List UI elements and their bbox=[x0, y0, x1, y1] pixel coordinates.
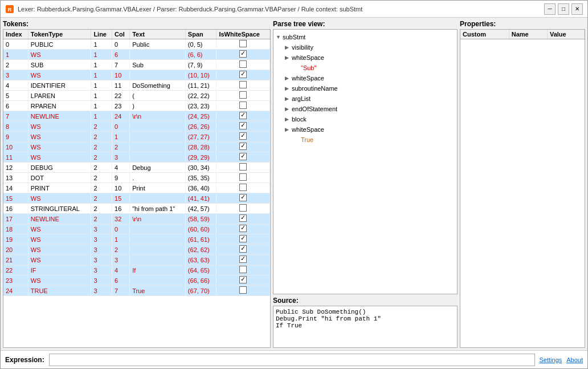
tree-arrow-icon: ▶ bbox=[285, 44, 292, 50]
whitespace-checkbox bbox=[239, 256, 247, 263]
table-row[interactable]: 8WS20(26, 26) bbox=[3, 121, 270, 132]
tree-node[interactable]: ▶visibility bbox=[276, 42, 455, 52]
cell-index: 19 bbox=[3, 234, 28, 245]
table-row[interactable]: 0PUBLIC10Public(0, 5) bbox=[3, 39, 270, 50]
table-row[interactable]: 2SUB17Sub(7, 9) bbox=[3, 60, 270, 70]
parse-tree-container[interactable]: ▼subStmt▶visibility▶whiteSpace"Sub"▶whit… bbox=[273, 29, 458, 294]
tree-node[interactable]: "Sub" bbox=[276, 63, 455, 73]
minimize-button[interactable]: ─ bbox=[544, 3, 556, 15]
tree-node[interactable]: ▶argList bbox=[276, 94, 455, 104]
whitespace-checkbox bbox=[239, 276, 247, 283]
table-row[interactable]: 11WS23(29, 29) bbox=[3, 152, 270, 163]
expression-input[interactable] bbox=[49, 354, 535, 366]
cell-line: 2 bbox=[91, 204, 112, 214]
tree-node[interactable]: ▶block bbox=[276, 114, 455, 124]
cell-text: If bbox=[130, 265, 186, 275]
cell-whitespace bbox=[217, 163, 270, 173]
tree-label: visibility bbox=[292, 44, 313, 51]
cell-span: (0, 5) bbox=[185, 39, 217, 50]
cell-type: WS bbox=[28, 255, 91, 265]
table-row[interactable]: 9WS21(27, 27) bbox=[3, 132, 270, 142]
table-row[interactable]: 1WS16(6, 6) bbox=[3, 50, 270, 60]
table-row[interactable]: 12DEBUG24Debug(30, 34) bbox=[3, 163, 270, 173]
table-row[interactable]: 17NEWLINE232\r\n(58, 59) bbox=[3, 214, 270, 224]
cell-col: 1 bbox=[112, 132, 130, 142]
table-row[interactable]: 10WS22(28, 28) bbox=[3, 142, 270, 152]
table-row[interactable]: 20WS32(62, 62) bbox=[3, 245, 270, 255]
tree-node[interactable]: ▶whiteSpace bbox=[276, 52, 455, 63]
tree-node[interactable]: ▶whiteSpace bbox=[276, 73, 455, 83]
cell-span: (36, 40) bbox=[185, 183, 217, 193]
cell-col: 15 bbox=[112, 193, 130, 204]
tree-node[interactable]: ▶subroutineName bbox=[276, 83, 455, 94]
tokens-body: 0PUBLIC10Public(0, 5)1WS16(6, 6)2SUB17Su… bbox=[3, 39, 270, 296]
cell-col: 0 bbox=[112, 121, 130, 132]
cell-span: (29, 29) bbox=[185, 152, 217, 163]
cell-whitespace bbox=[217, 234, 270, 245]
table-row[interactable]: 22IF34If(64, 65) bbox=[3, 265, 270, 275]
cell-index: 7 bbox=[3, 111, 28, 121]
cell-col: 0 bbox=[112, 39, 130, 50]
cell-text: \r\n bbox=[130, 214, 186, 224]
table-row[interactable]: 21WS33(63, 63) bbox=[3, 255, 270, 265]
parse-tree-panel: Parse tree view: ▼subStmt▶visibility▶whi… bbox=[273, 20, 458, 294]
cell-type: NEWLINE bbox=[28, 214, 91, 224]
about-link[interactable]: About bbox=[566, 356, 583, 363]
cell-col: 16 bbox=[112, 204, 130, 214]
table-row[interactable]: 16STRINGLITERAL216"hi from path 1"(42, 5… bbox=[3, 204, 270, 214]
cell-index: 17 bbox=[3, 214, 28, 224]
table-row[interactable]: 3WS110(10, 10) bbox=[3, 70, 270, 80]
cell-col: 6 bbox=[112, 275, 130, 286]
properties-container[interactable]: Custom Name Value bbox=[460, 29, 585, 348]
cell-type: DOT bbox=[28, 173, 91, 183]
table-row[interactable]: 15WS215(41, 41) bbox=[3, 193, 270, 204]
table-row[interactable]: 23WS36(66, 66) bbox=[3, 275, 270, 286]
props-col-name: Name bbox=[509, 30, 547, 39]
tree-label: block bbox=[292, 116, 307, 123]
whitespace-checkbox bbox=[239, 194, 247, 201]
col-line: Line bbox=[91, 30, 112, 39]
cell-type: WS bbox=[28, 193, 91, 204]
cell-col: 2 bbox=[112, 245, 130, 255]
tokens-table-container[interactable]: Index TokenType Line Col Text Span IsWhi… bbox=[3, 29, 271, 348]
props-col-custom: Custom bbox=[460, 30, 509, 39]
settings-link[interactable]: Settings bbox=[540, 356, 562, 363]
cell-whitespace bbox=[217, 70, 270, 80]
whitespace-checkbox bbox=[239, 184, 247, 191]
table-row[interactable]: 14PRINT210Print(36, 40) bbox=[3, 183, 270, 193]
tree-node[interactable]: ▼subStmt bbox=[276, 32, 455, 42]
cell-whitespace bbox=[217, 275, 270, 286]
tree-node[interactable]: ▶whiteSpace bbox=[276, 124, 455, 135]
cell-text bbox=[130, 152, 186, 163]
tree-label: whiteSpace bbox=[292, 75, 324, 82]
cell-text: . bbox=[130, 173, 186, 183]
whitespace-checkbox bbox=[239, 50, 247, 58]
close-button[interactable]: ✕ bbox=[571, 3, 583, 15]
table-row[interactable]: 13DOT29.(35, 35) bbox=[3, 173, 270, 183]
maximize-button[interactable]: □ bbox=[558, 3, 569, 15]
table-row[interactable]: 4IDENTIFIER111DoSomething(11, 21) bbox=[3, 80, 270, 91]
cell-whitespace bbox=[217, 101, 270, 111]
table-row[interactable]: 6RPAREN123)(23, 23) bbox=[3, 101, 270, 111]
tree-label: "Sub" bbox=[301, 64, 316, 71]
cell-whitespace bbox=[217, 91, 270, 101]
cell-whitespace bbox=[217, 121, 270, 132]
cell-whitespace bbox=[217, 245, 270, 255]
table-row[interactable]: 19WS31(61, 61) bbox=[3, 234, 270, 245]
main-content: Tokens: Index TokenType Line Col Text Sp… bbox=[1, 18, 587, 350]
cell-type: PRINT bbox=[28, 183, 91, 193]
table-row[interactable]: 5LPAREN122((22, 22) bbox=[3, 91, 270, 101]
tree-node[interactable]: ▶endOfStatement bbox=[276, 104, 455, 114]
cell-line: 3 bbox=[91, 275, 112, 286]
tree-node[interactable]: True bbox=[276, 135, 455, 145]
cell-type: IDENTIFIER bbox=[28, 80, 91, 91]
table-row[interactable]: 24TRUE37True(67, 70) bbox=[3, 286, 270, 296]
cell-line: 2 bbox=[91, 173, 112, 183]
cell-text: ( bbox=[130, 91, 186, 101]
table-row[interactable]: 7NEWLINE124\r\n(24, 25) bbox=[3, 111, 270, 121]
cell-index: 8 bbox=[3, 121, 28, 132]
cell-span: (27, 27) bbox=[185, 132, 217, 142]
cell-line: 3 bbox=[91, 234, 112, 245]
whitespace-checkbox bbox=[239, 91, 247, 99]
table-row[interactable]: 18WS30(60, 60) bbox=[3, 224, 270, 234]
